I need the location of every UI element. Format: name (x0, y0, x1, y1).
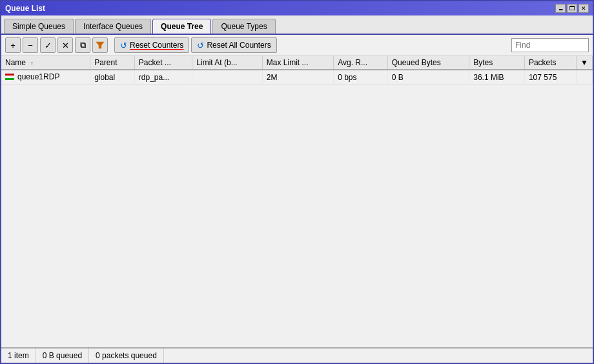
row-icon: queue1RDP (5, 72, 59, 81)
filter-icon (96, 41, 105, 50)
tabs-bar: Simple Queues Interface Queues Queue Tre… (1, 15, 593, 35)
col-avg-rate[interactable]: Avg. R... (334, 56, 388, 70)
tab-interface-queues[interactable]: Interface Queues (75, 19, 151, 34)
status-packets-queued: 0 packets queued (89, 349, 164, 363)
col-limit-at[interactable]: Limit At (b... (192, 56, 262, 70)
table-row[interactable]: queue1RDP global rdp_pa... 2M 0 bps 0 B … (1, 70, 593, 85)
cell-parent: global (90, 70, 135, 85)
maximize-button[interactable]: 🗖 (567, 4, 577, 13)
cross-button[interactable]: ✕ (57, 37, 73, 53)
reset-counters-button[interactable]: ↺ Reset Counters (114, 37, 189, 53)
cell-bytes: 36.1 MiB (469, 70, 525, 85)
cell-queued-bytes: 0 B (387, 70, 469, 85)
minimize-button[interactable]: 🗕 (555, 4, 566, 13)
status-item-count: 1 item (1, 349, 36, 363)
title-bar: Queue List 🗕 🗖 ✕ (1, 1, 593, 15)
col-parent[interactable]: Parent (90, 56, 135, 70)
col-packets[interactable]: Packets (524, 56, 576, 70)
queue-table: Name ↑ Parent Packet ... Limit At (b... … (1, 56, 593, 85)
reset-all-counters-button[interactable]: ↺ Reset All Counters (191, 37, 276, 53)
cell-name: queue1RDP (1, 70, 90, 85)
sort-indicator: ↑ (30, 60, 34, 66)
reset-counters-label: Reset Counters (130, 41, 183, 50)
cell-limit-at (192, 70, 262, 85)
cell-avg-rate: 0 bps (334, 70, 388, 85)
reset-counters-icon: ↺ (120, 41, 127, 50)
cell-max-limit: 2M (262, 70, 333, 85)
check-button[interactable]: ✓ (40, 37, 56, 53)
toolbar: + − ✓ ✕ ⧉ ↺ Reset Counters ↺ Reset All C… (1, 35, 593, 56)
copy-button[interactable]: ⧉ (75, 37, 90, 53)
tab-queue-tree[interactable]: Queue Tree (152, 19, 211, 34)
add-button[interactable]: + (5, 37, 21, 53)
status-bar: 1 item 0 B queued 0 packets queued (1, 347, 593, 363)
reset-all-counters-icon: ↺ (197, 41, 204, 50)
table-header-row: Name ↑ Parent Packet ... Limit At (b... … (1, 56, 593, 70)
tab-queue-types[interactable]: Queue Types (212, 19, 275, 34)
col-bytes[interactable]: Bytes (469, 56, 525, 70)
filter-button[interactable] (92, 37, 108, 53)
close-button[interactable]: ✕ (579, 4, 589, 13)
title-bar-buttons: 🗕 🗖 ✕ (555, 4, 589, 13)
cell-packet-mark: rdp_pa... (134, 70, 192, 85)
content-area: Name ↑ Parent Packet ... Limit At (b... … (1, 56, 593, 347)
col-dropdown[interactable]: ▼ (577, 56, 593, 70)
col-max-limit[interactable]: Max Limit ... (262, 56, 333, 70)
window-title: Queue List (5, 4, 45, 13)
cell-packets: 107 575 (524, 70, 576, 85)
main-window: Queue List 🗕 🗖 ✕ Simple Queues Interface… (0, 0, 594, 364)
svg-marker-0 (96, 42, 104, 48)
col-packet-mark[interactable]: Packet ... (134, 56, 192, 70)
status-queued-bytes: 0 B queued (36, 349, 89, 363)
table-container: Name ↑ Parent Packet ... Limit At (b... … (1, 56, 593, 347)
tab-simple-queues[interactable]: Simple Queues (4, 19, 74, 34)
col-name[interactable]: Name ↑ (1, 56, 90, 70)
find-input[interactable] (511, 38, 589, 52)
cell-row-dropdown (577, 70, 593, 85)
reset-all-counters-label: Reset All Counters (207, 41, 271, 50)
remove-button[interactable]: − (23, 37, 38, 53)
col-queued-bytes[interactable]: Queued Bytes (387, 56, 469, 70)
queue-status-icon (5, 74, 15, 80)
